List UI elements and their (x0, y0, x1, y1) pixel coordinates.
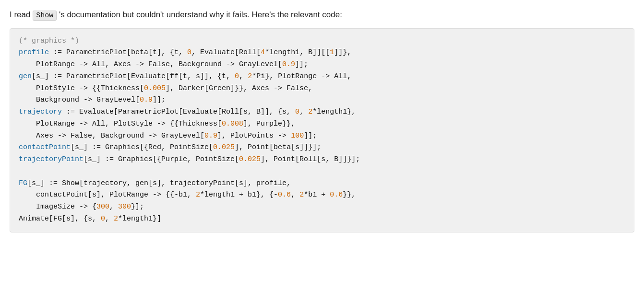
code-line-gen-1: gen[s_] := ParametricPlot[Evaluate[ff[t,… (19, 71, 625, 83)
code-block: (* graphics *) profile := ParametricPlot… (10, 28, 634, 232)
code-line-trajectory-1: trajectory := Evaluate[ParametricPlot[Ev… (19, 106, 625, 118)
code-line-fg-3: ImageSize -> {300, 300}]; (19, 201, 625, 213)
code-line-blank (19, 166, 625, 178)
intro-text-prefix: I read (10, 10, 33, 19)
code-line-fg-1: FG[s_] := Show[trajectory, gen[s], traje… (19, 178, 625, 190)
code-comment: (* graphics *) (19, 35, 625, 47)
code-line-trajectory-3: Axes -> False, Background -> GrayLevel[0… (19, 130, 625, 142)
code-line-gen-3: Background -> GrayLevel[0.9]]; (19, 94, 625, 106)
intro-paragraph: I read Show 's documentation but couldn'… (10, 9, 634, 22)
inline-code-show: Show (33, 11, 57, 21)
code-line-contactpoint: contactPoint[s_] := Graphics[{Red, Point… (19, 142, 625, 154)
code-line-fg-2: contactPoint[s], PlotRange -> {{-b1, 2*l… (19, 189, 625, 201)
code-line-trajectory-2: PlotRange -> All, PlotStyle -> {{Thickne… (19, 118, 625, 130)
code-line-animate: Animate[FG[s], {s, 0, 2*length1}] (19, 213, 625, 225)
code-line-gen-2: PlotStyle -> {{Thickness[0.005], Darker[… (19, 83, 625, 95)
code-line-profile-1: profile := ParametricPlot[beta[t], {t, 0… (19, 47, 625, 59)
code-line-profile-2: PlotRange -> All, Axes -> False, Backgro… (19, 59, 625, 71)
code-line-trajectorypoint: trajectoryPoint[s_] := Graphics[{Purple,… (19, 154, 625, 166)
intro-text-suffix: 's documentation but couldn't understand… (57, 10, 342, 19)
